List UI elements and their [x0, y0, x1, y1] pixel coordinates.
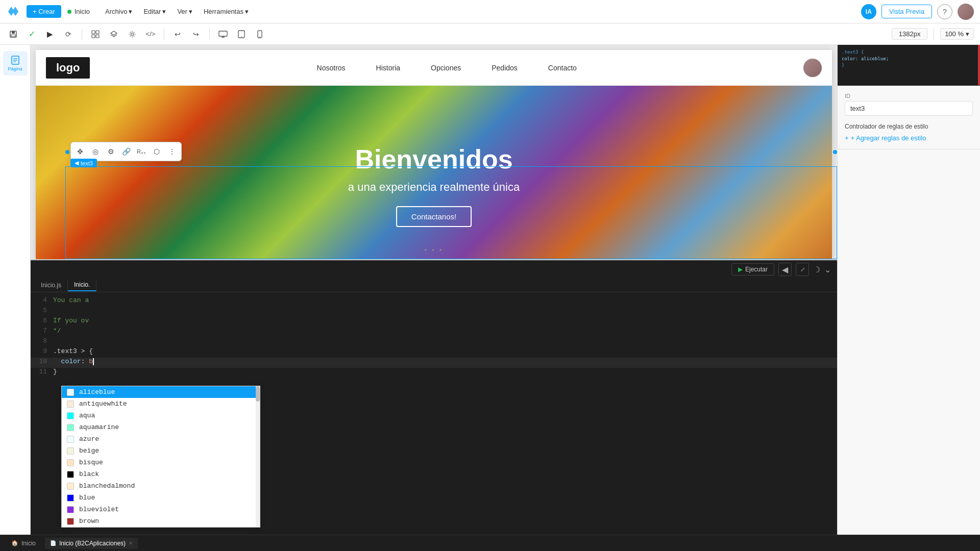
element-hex-btn[interactable]: ⬡ — [150, 144, 164, 159]
code-tabs: Inicio.js Inicio. — [31, 278, 837, 292]
color-swatch-1 — [67, 400, 74, 408]
execute-button[interactable]: ▶ Ejecutar — [731, 263, 774, 276]
menu-ver[interactable]: Ver ▾ — [172, 5, 198, 18]
play-icon[interactable]: ▶ — [43, 27, 57, 41]
element-rx-btn[interactable]: Rₓₓ — [134, 144, 149, 159]
color-swatch-4 — [67, 436, 74, 443]
autocomplete-item-2[interactable]: aqua — [62, 410, 260, 421]
code-editor-content[interactable]: 4 You can a 5 6 If you ov 7 */ 8 — [31, 292, 837, 535]
resize-handle-right[interactable] — [833, 150, 837, 154]
expand-btn[interactable]: ⌄ — [824, 265, 831, 274]
nav-prev-btn[interactable]: ◀ — [778, 263, 792, 276]
nav-pedidos[interactable]: Pedidos — [492, 64, 518, 72]
code-tab-1[interactable]: Inicio. — [68, 279, 96, 291]
bottom-bar: 🏠 Inicio 📄 Inicio (B2CAplicaciones) ✕ — [0, 535, 980, 551]
element-rotate-btn[interactable]: ◎ — [88, 144, 103, 159]
file-icon: 📄 — [50, 540, 56, 546]
autocomplete-item-3[interactable]: aquamarine — [62, 421, 260, 433]
vista-previa-button[interactable]: Vista Previa — [881, 5, 932, 18]
menu-archivo[interactable]: Archivo ▾ — [100, 5, 137, 18]
check-icon[interactable]: ✓ — [24, 27, 39, 41]
autocomplete-item-10[interactable]: blueviolet — [62, 504, 260, 515]
crear-button[interactable]: + Crear — [27, 5, 61, 18]
svg-rect-1 — [12, 31, 15, 34]
grid-icon[interactable] — [88, 27, 103, 41]
app-logo[interactable] — [6, 5, 20, 19]
resize-handle-left[interactable] — [65, 150, 69, 154]
menu-herramientas[interactable]: Herramientas ▾ — [199, 5, 254, 18]
hero-cta-button[interactable]: Contactanos! — [396, 206, 472, 227]
autocomplete-item-4[interactable]: azure — [62, 433, 260, 445]
desktop-icon[interactable] — [216, 27, 230, 41]
add-rule-plus: + — [845, 134, 849, 142]
tablet-icon[interactable] — [234, 27, 249, 41]
zoom-control[interactable]: 100 % ▾ — [940, 28, 974, 40]
save-icon[interactable] — [6, 27, 20, 41]
autocomplete-item-7[interactable]: black — [62, 468, 260, 480]
autocomplete-item-6[interactable]: bisque — [62, 457, 260, 468]
redo-icon[interactable]: ↪ — [189, 27, 203, 41]
user-avatar[interactable] — [958, 4, 974, 20]
svg-rect-6 — [96, 35, 99, 38]
refresh-icon[interactable]: ⟳ — [61, 27, 76, 41]
undo-icon[interactable]: ↩ — [170, 27, 185, 41]
sidebar-item-page[interactable]: Página — [3, 51, 28, 76]
controller-label: Controlador de reglas de estilo — [845, 123, 973, 130]
settings-icon[interactable] — [125, 27, 139, 41]
tab-close-btn[interactable]: ✕ — [129, 540, 133, 546]
add-rule-label: + Agregar reglas de estilo — [851, 134, 926, 142]
canvas-wrapper: logo Nosotros Historia Opciones Pedidos … — [31, 45, 837, 535]
site-nav: Nosotros Historia Opciones Pedidos Conta… — [317, 64, 577, 72]
color-swatch-5 — [67, 447, 74, 455]
bottom-tab-b2c[interactable]: 📄 Inicio (B2CAplicaciones) ✕ — [45, 538, 138, 549]
code-line-11: 11 } — [31, 368, 837, 378]
nav-menu: Archivo ▾ Editar ▾ Ver ▾ Herramientas ▾ — [100, 5, 254, 18]
red-indicator — [978, 45, 980, 85]
hero-content: Bienvenidos a una experiencia realmente … — [348, 144, 520, 227]
autocomplete-scrollbar[interactable] — [256, 386, 260, 527]
autocomplete-scrollbar-thumb — [256, 386, 260, 402]
nav-expand-btn[interactable]: ⤢ — [796, 263, 809, 276]
help-button[interactable]: ? — [937, 4, 952, 19]
code-tab-0[interactable]: Inicio.js — [35, 280, 68, 291]
nav-opciones[interactable]: Opciones — [431, 64, 461, 72]
svg-rect-4 — [96, 31, 99, 34]
width-input[interactable] — [892, 28, 927, 40]
bottom-tab-inicio[interactable]: 🏠 Inicio — [6, 538, 41, 549]
execute-area: ▶ Ejecutar ◀ ⤢ ☽ ⌄ — [31, 260, 837, 278]
color-swatch-7 — [67, 471, 74, 478]
left-sidebar: Página — [0, 45, 31, 535]
page-status-dot — [67, 10, 71, 14]
mobile-icon[interactable] — [253, 27, 267, 41]
autocomplete-item-0[interactable]: aliceblue — [62, 386, 260, 398]
autocomplete-item-1[interactable]: antiquewhite — [62, 398, 260, 410]
autocomplete-item-9[interactable]: blue — [62, 492, 260, 504]
autocomplete-item-5[interactable]: beige — [62, 445, 260, 457]
layers-icon[interactable] — [107, 27, 121, 41]
color-swatch-2 — [67, 412, 74, 419]
content-row: Página logo Nosotros Historia Opciones P… — [0, 45, 980, 535]
element-settings-btn[interactable]: ⚙ — [104, 144, 118, 159]
nav-historia[interactable]: Historia — [376, 64, 400, 72]
autocomplete-item-11[interactable]: brown — [62, 515, 260, 527]
id-value: text3 — [845, 101, 973, 116]
id-label: ID — [845, 93, 973, 99]
code-icon[interactable]: </> — [143, 27, 158, 41]
mini-code-preview: .text3 { color: aliceblue; } — [838, 45, 980, 86]
element-move-btn[interactable]: ✥ — [73, 144, 87, 159]
svg-point-12 — [259, 36, 260, 37]
canvas-area[interactable]: logo Nosotros Historia Opciones Pedidos … — [31, 45, 837, 259]
nav-nosotros[interactable]: Nosotros — [317, 64, 346, 72]
element-more-btn[interactable]: ⋮ — [165, 144, 179, 159]
nav-contacto[interactable]: Contacto — [548, 64, 577, 72]
home-icon: 🏠 — [11, 540, 18, 546]
autocomplete-item-8[interactable]: blanchedalmond — [62, 480, 260, 492]
menu-editar[interactable]: Editar ▾ — [138, 5, 171, 18]
hero-title: Bienvenidos — [348, 144, 520, 174]
element-link-btn[interactable]: 🔗 — [119, 144, 133, 159]
ia-badge[interactable]: IA — [861, 4, 876, 19]
add-rule-link[interactable]: + + Agregar reglas de estilo — [845, 134, 973, 142]
moon-btn[interactable]: ☽ — [813, 265, 820, 274]
element-label[interactable]: ◀ text3 — [70, 159, 97, 167]
color-swatch-11 — [67, 518, 74, 525]
